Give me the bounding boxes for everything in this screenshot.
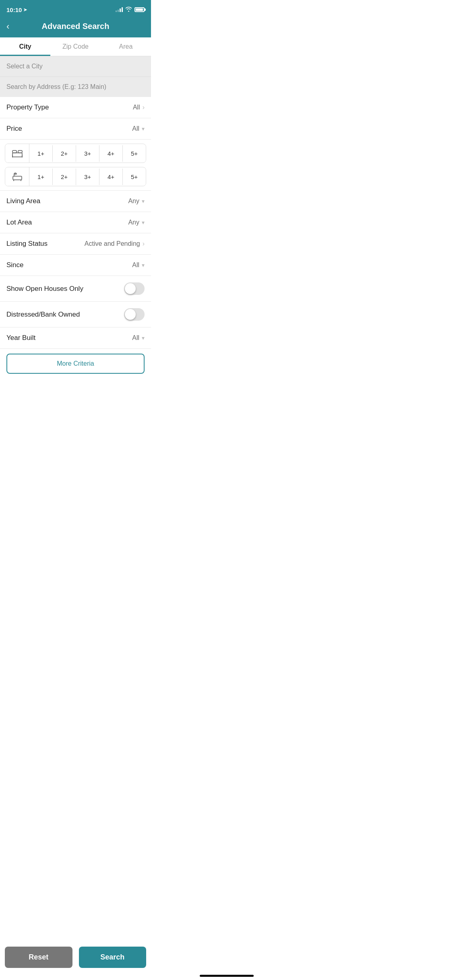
- lot-area-row[interactable]: Lot Area Any ▾: [0, 212, 151, 233]
- listing-status-chevron-icon: ›: [143, 240, 145, 247]
- price-value: All ▾: [132, 125, 145, 132]
- address-input[interactable]: Search by Address (E.g: 123 Main): [0, 77, 151, 97]
- baths-5plus[interactable]: 5+: [123, 169, 146, 185]
- property-type-row[interactable]: Property Type All ›: [0, 97, 151, 118]
- address-placeholder: Search by Address (E.g: 123 Main): [6, 83, 106, 90]
- baths-3plus[interactable]: 3+: [76, 169, 99, 185]
- open-houses-toggle[interactable]: [124, 282, 145, 295]
- property-type-value: All ›: [133, 104, 145, 111]
- back-button[interactable]: ‹: [6, 22, 9, 31]
- distressed-track: [124, 308, 145, 321]
- year-built-row[interactable]: Year Built All ▾: [0, 327, 151, 349]
- property-type-label: Property Type: [6, 103, 49, 111]
- location-inputs: Select a City Search by Address (E.g: 12…: [0, 56, 151, 97]
- distressed-thumb: [125, 309, 136, 320]
- beds-4plus[interactable]: 4+: [99, 145, 123, 162]
- signal-icon: [116, 7, 123, 12]
- living-area-label: Living Area: [6, 197, 40, 205]
- svg-rect-5: [13, 176, 22, 180]
- battery-icon: [134, 7, 145, 12]
- bed-bath-section: 1+ 2+ 3+ 4+ 5+ 1+ 2+ 3+ 4+ 5+: [0, 140, 151, 191]
- open-houses-thumb: [125, 283, 136, 294]
- since-value: All ▾: [132, 261, 145, 269]
- baths-1plus[interactable]: 1+: [29, 169, 53, 185]
- svg-rect-1: [12, 150, 17, 153]
- bed-icon: [5, 144, 29, 163]
- living-area-value: Any ▾: [128, 198, 145, 205]
- svg-rect-0: [12, 153, 22, 157]
- time-display: 10:10: [6, 6, 22, 13]
- listing-status-value: Active and Pending ›: [85, 240, 145, 247]
- baths-4plus[interactable]: 4+: [99, 169, 123, 185]
- price-chevron-icon: ▾: [142, 126, 145, 132]
- year-built-label: Year Built: [6, 334, 35, 342]
- more-criteria-button[interactable]: More Criteria: [6, 354, 145, 374]
- svg-point-6: [14, 174, 16, 175]
- lot-area-value: Any ▾: [128, 219, 145, 226]
- svg-rect-2: [18, 150, 22, 153]
- distressed-row[interactable]: Distressed/Bank Owned: [0, 302, 151, 327]
- status-time: 10:10 ➤: [6, 6, 27, 13]
- tab-area[interactable]: Area: [101, 37, 151, 56]
- baths-2plus[interactable]: 2+: [53, 169, 76, 185]
- listing-status-row[interactable]: Listing Status Active and Pending ›: [0, 233, 151, 255]
- tab-city[interactable]: City: [0, 37, 50, 56]
- beds-3plus[interactable]: 3+: [76, 145, 99, 162]
- since-row[interactable]: Since All ▾: [0, 255, 151, 276]
- property-type-chevron-icon: ›: [143, 104, 145, 111]
- status-icons: [116, 6, 145, 13]
- tab-zipcode[interactable]: Zip Code: [50, 37, 101, 56]
- year-built-chevron-icon: ▾: [142, 335, 145, 341]
- distressed-toggle[interactable]: [124, 308, 145, 321]
- beds-5plus[interactable]: 5+: [123, 145, 146, 162]
- header: ‹ Advanced Search: [0, 18, 151, 37]
- lot-area-label: Lot Area: [6, 218, 32, 226]
- since-chevron-icon: ▾: [142, 262, 145, 268]
- price-row[interactable]: Price All ▾: [0, 118, 151, 140]
- beds-selector: 1+ 2+ 3+ 4+ 5+: [5, 144, 146, 163]
- content-area: Select a City Search by Address (E.g: 12…: [0, 56, 151, 419]
- page-title: Advanced Search: [42, 22, 110, 31]
- location-arrow-icon: ➤: [23, 7, 27, 12]
- city-placeholder: Select a City: [6, 63, 43, 70]
- open-houses-label: Show Open Houses Only: [6, 285, 83, 293]
- city-select[interactable]: Select a City: [0, 56, 151, 77]
- listing-status-label: Listing Status: [6, 240, 48, 248]
- status-bar: 10:10 ➤: [0, 0, 151, 18]
- open-houses-row[interactable]: Show Open Houses Only: [0, 276, 151, 302]
- beds-2plus[interactable]: 2+: [53, 145, 76, 162]
- tabs-container: City Zip Code Area: [0, 37, 151, 56]
- living-area-row[interactable]: Living Area Any ▾: [0, 191, 151, 212]
- open-houses-track: [124, 282, 145, 295]
- year-built-value: All ▾: [132, 334, 145, 342]
- distressed-label: Distressed/Bank Owned: [6, 311, 80, 319]
- since-label: Since: [6, 261, 24, 269]
- living-area-chevron-icon: ▾: [142, 198, 145, 204]
- baths-selector: 1+ 2+ 3+ 4+ 5+: [5, 167, 146, 186]
- wifi-icon: [125, 6, 132, 13]
- lot-area-chevron-icon: ▾: [142, 219, 145, 226]
- beds-1plus[interactable]: 1+: [29, 145, 53, 162]
- bath-icon: [5, 167, 29, 186]
- price-label: Price: [6, 125, 22, 133]
